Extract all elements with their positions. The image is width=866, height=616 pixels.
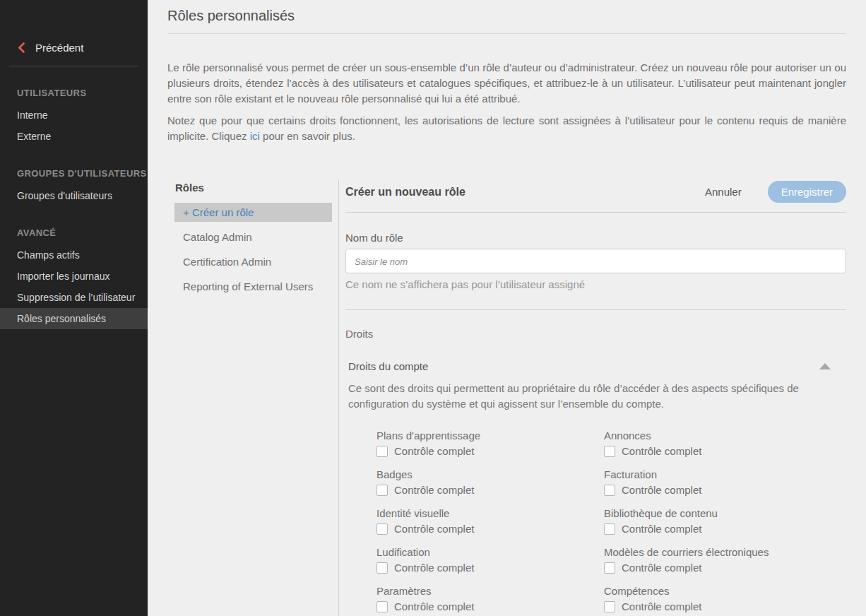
create-role-form: Créer un nouveau rôle Annuler Enregistre… (339, 179, 846, 616)
checkbox-row: Contrôle complet (376, 600, 604, 612)
rights-checkbox-grid: Plans d'apprentissage Contrôle complet B… (348, 430, 846, 616)
account-rights-description: Ce sont des droits qui permettent au pro… (348, 381, 846, 412)
checkbox-label[interactable]: Contrôle complet (394, 523, 474, 535)
checkbox-row: Contrôle complet (604, 523, 769, 535)
sidebar-nav: UTILISATEURS Interne Externe GROUPES D'U… (0, 88, 148, 329)
annonces-checkbox[interactable] (604, 446, 615, 457)
role-item-catalog-admin[interactable]: Catalog Admin (174, 227, 332, 247)
role-item-creer-un-role[interactable]: + Créer un rôle (174, 203, 332, 222)
right-group-label: Modèles de courriers électroniques (604, 546, 769, 558)
sidebar-divider (9, 66, 138, 66)
sidebar-item-groupes-utilisateurs[interactable]: Groupes d'utilisateurs (0, 185, 148, 206)
role-name-input[interactable] (345, 249, 846, 273)
checkbox-label[interactable]: Contrôle complet (394, 445, 474, 457)
checkbox-label[interactable]: Contrôle complet (622, 523, 701, 535)
sidebar-item-champs-actifs[interactable]: Champs actifs (0, 244, 148, 266)
main-content: Rôles personnalisés Le rôle personnalisé… (148, 0, 866, 616)
role-item-certification-admin[interactable]: Certification Admin (174, 252, 332, 271)
ludification-checkbox[interactable] (376, 562, 388, 574)
back-button[interactable]: Précédent (0, 42, 148, 54)
role-item-reporting-external-users[interactable]: Reporting of External Users (174, 277, 332, 296)
right-group-label: Facturation (604, 468, 769, 480)
rights-column-right: Annonces Contrôle complet Facturation Co… (604, 430, 769, 616)
sidebar-item-externe[interactable]: Externe (0, 126, 148, 147)
sidebar-section-avance: AVANCÉ Champs actifs Importer les journa… (0, 227, 148, 329)
checkbox-row: Contrôle complet (376, 484, 604, 496)
right-group-ludification: Ludification Contrôle complet (376, 546, 604, 574)
plans-apprentissage-checkbox[interactable] (376, 446, 388, 457)
sidebar: Précédent UTILISATEURS Interne Externe G… (0, 0, 148, 616)
sidebar-item-roles-personnalises[interactable]: Rôles personnalisés (0, 308, 148, 329)
form-title: Créer un nouveau rôle (345, 186, 705, 199)
checkbox-label[interactable]: Contrôle complet (622, 600, 701, 612)
role-name-help-text: Ce nom ne s’affichera pas pour l’utilisa… (345, 278, 846, 290)
sidebar-item-suppression-utilisateur[interactable]: Suppression de l’utilisateur (0, 287, 148, 308)
back-label: Précédent (35, 42, 83, 54)
role-name-label: Nom du rôle (345, 232, 846, 244)
competences-checkbox[interactable] (604, 601, 615, 612)
sidebar-section-title: GROUPES D'UTILISATEURS (0, 168, 148, 179)
title-divider (167, 33, 846, 34)
form-header-divider (345, 212, 846, 213)
right-group-label: Plans d'apprentissage (376, 430, 604, 442)
checkbox-label[interactable]: Contrôle complet (622, 484, 701, 496)
sidebar-section-groupes: GROUPES D'UTILISATEURS Groupes d'utilisa… (0, 168, 148, 206)
checkbox-label[interactable]: Contrôle complet (622, 562, 701, 574)
checkbox-label[interactable]: Contrôle complet (394, 484, 474, 496)
parametres-checkbox[interactable] (376, 601, 388, 612)
sidebar-section-title: UTILISATEURS (0, 88, 148, 98)
right-group-badges: Badges Contrôle complet (376, 468, 604, 496)
account-rights-title: Droits du compte (348, 360, 428, 372)
identite-visuelle-checkbox[interactable] (376, 523, 388, 535)
sidebar-item-interne[interactable]: Interne (0, 105, 148, 126)
account-rights-header: Droits du compte (348, 360, 846, 372)
sidebar-section-title: AVANCÉ (0, 227, 148, 238)
right-group-modeles-courriers: Modèles de courriers électroniques Contr… (604, 546, 769, 574)
roles-panel: Rôles + Créer un rôle Catalog Admin Cert… (167, 179, 846, 616)
checkbox-label[interactable]: Contrôle complet (394, 562, 474, 574)
right-group-annonces: Annonces Contrôle complet (604, 430, 769, 457)
right-group-identite-visuelle: Identité visuelle Contrôle complet (376, 507, 604, 535)
right-group-label: Identité visuelle (376, 507, 604, 519)
account-rights-section: Droits du compte Ce sont des droits qui … (345, 360, 846, 616)
bibliotheque-contenu-checkbox[interactable] (604, 523, 615, 535)
checkbox-row: Contrôle complet (604, 484, 769, 496)
right-group-label: Ludification (376, 546, 604, 558)
intro-paragraph-1: Le rôle personnalisé vous permet de crée… (167, 60, 846, 107)
checkbox-row: Contrôle complet (604, 600, 769, 612)
right-group-label: Badges (376, 468, 604, 480)
right-group-parametres: Paramètres Contrôle complet (376, 585, 604, 612)
cancel-button[interactable]: Annuler (705, 186, 742, 198)
modeles-courriers-checkbox[interactable] (604, 562, 615, 574)
checkbox-row: Contrôle complet (604, 562, 769, 574)
right-group-label: Annonces (604, 430, 769, 442)
learn-more-link[interactable]: ici (250, 130, 260, 142)
rights-label: Droits (345, 328, 846, 340)
right-group-facturation: Facturation Contrôle complet (604, 468, 769, 496)
right-group-label: Compétences (604, 585, 769, 597)
checkbox-row: Contrôle complet (376, 562, 604, 574)
rights-divider (345, 309, 846, 310)
intro-paragraph-2: Notez que pour que certains droits fonct… (167, 113, 846, 144)
checkbox-label[interactable]: Contrôle complet (394, 600, 474, 612)
right-group-plans-apprentissage: Plans d'apprentissage Contrôle complet (376, 430, 604, 457)
checkbox-label[interactable]: Contrôle complet (622, 445, 701, 457)
rights-column-left: Plans d'apprentissage Contrôle complet B… (376, 430, 604, 616)
facturation-checkbox[interactable] (604, 485, 615, 496)
roles-nav-title: Rôles (167, 179, 338, 203)
badges-checkbox[interactable] (376, 485, 388, 496)
checkbox-row: Contrôle complet (604, 445, 769, 457)
sidebar-item-importer-journaux[interactable]: Importer les journaux (0, 266, 148, 287)
collapse-triangle-up-icon[interactable] (819, 363, 831, 369)
chevron-left-icon (18, 42, 25, 53)
checkbox-row: Contrôle complet (376, 523, 604, 535)
right-group-label: Paramètres (376, 585, 604, 597)
save-button[interactable]: Enregistrer (768, 181, 846, 203)
intro-paragraph-2-tail: pour en savoir plus. (260, 130, 355, 142)
roles-nav: Rôles + Créer un rôle Catalog Admin Cert… (167, 179, 339, 616)
page-title: Rôles personnalisés (167, 0, 846, 24)
form-header: Créer un nouveau rôle Annuler Enregistre… (345, 181, 846, 203)
sidebar-section-utilisateurs: UTILISATEURS Interne Externe (0, 88, 148, 147)
checkbox-row: Contrôle complet (376, 445, 604, 457)
right-group-competences: Compétences Contrôle complet (604, 585, 769, 612)
